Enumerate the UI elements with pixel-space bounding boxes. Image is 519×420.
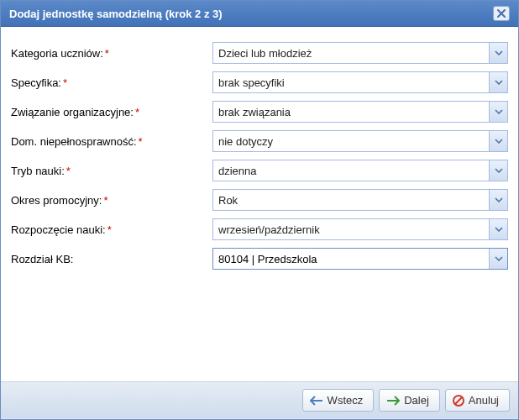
form-label-cell: Specyfika:*	[11, 76, 212, 89]
form-label-cell: Tryb nauki:*	[11, 165, 212, 177]
required-asterisk: *	[107, 223, 112, 236]
close-icon	[496, 8, 506, 18]
svg-line-1	[455, 397, 462, 404]
chevron-down-icon[interactable]	[489, 160, 507, 181]
dom-niepelnosprawnosc-dropdown[interactable]: nie dotyczy	[212, 130, 508, 152]
dropdown-value: Rok	[213, 192, 489, 209]
close-button[interactable]	[493, 6, 510, 21]
form-row-specyfika: Specyfika:*brak specyfiki	[11, 71, 508, 93]
form-label-cell: Związanie organizacyjne:*	[11, 106, 212, 118]
cancel-button-label: Anuluj	[469, 394, 499, 407]
form-label: Kategoria uczniów:	[11, 47, 103, 60]
form-control-cell: dzienna	[212, 160, 508, 181]
cancel-button[interactable]: Anuluj	[445, 389, 510, 412]
form-label: Dom. niepełnosprawność:	[11, 135, 137, 148]
form-control-cell: Rok	[212, 189, 508, 211]
form-control-cell: nie dotyczy	[212, 130, 508, 152]
form-label: Rozdział KB:	[11, 253, 73, 265]
kategoria-uczniow-dropdown[interactable]: Dzieci lub młodzież	[212, 42, 508, 64]
required-asterisk: *	[63, 76, 67, 89]
next-button[interactable]: Dalej	[379, 389, 440, 412]
back-button-label: Wstecz	[328, 394, 364, 407]
back-button[interactable]: Wstecz	[302, 389, 375, 412]
next-button-label: Dalej	[404, 394, 429, 407]
dialog-window: Dodaj jednostkę samodzielną (krok 2 z 3)…	[0, 0, 519, 420]
arrow-left-icon	[310, 396, 323, 406]
rozdzial-kb-input[interactable]	[213, 249, 489, 269]
dialog-footer: Wstecz Dalej Anuluj	[1, 381, 518, 419]
form-label-cell: Rozpoczęcie nauki:*	[11, 223, 212, 236]
form-control-cell	[212, 248, 508, 270]
form-row-zwiazanie-organizacyjne: Związanie organizacyjne:*brak związania	[11, 101, 508, 123]
chevron-down-icon[interactable]	[489, 72, 507, 92]
form-label: Specyfika:	[11, 76, 61, 89]
dropdown-value: brak związania	[213, 103, 489, 121]
rozdzial-kb-combobox[interactable]	[212, 248, 508, 270]
rozpoczecie-nauki-dropdown[interactable]: wrzesień/październik	[212, 218, 508, 240]
required-asterisk: *	[135, 106, 139, 118]
dropdown-value: dzienna	[213, 162, 489, 180]
form-label: Związanie organizacyjne:	[11, 106, 134, 118]
dropdown-value: wrzesień/październik	[213, 221, 489, 239]
chevron-down-icon[interactable]	[489, 43, 507, 63]
form-label: Rozpoczęcie nauki:	[11, 223, 106, 236]
form-label-cell: Okres promocyjny:*	[11, 194, 212, 207]
dropdown-value: brak specyfiki	[213, 74, 489, 92]
form-label-cell: Dom. niepełnosprawność:*	[11, 135, 212, 148]
required-asterisk: *	[66, 165, 71, 177]
required-asterisk: *	[105, 47, 109, 60]
form-label: Okres promocyjny:	[11, 194, 102, 207]
required-asterisk: *	[139, 135, 143, 148]
chevron-down-icon[interactable]	[489, 249, 507, 269]
form-control-cell: Dzieci lub młodzież	[212, 42, 508, 64]
specyfika-dropdown[interactable]: brak specyfiki	[212, 71, 508, 93]
tryb-nauki-dropdown[interactable]: dzienna	[212, 160, 508, 181]
form-row-tryb-nauki: Tryb nauki:*dzienna	[11, 160, 508, 181]
form-row-rozpoczecie-nauki: Rozpoczęcie nauki:*wrzesień/październik	[11, 218, 508, 240]
zwiazanie-organizacyjne-dropdown[interactable]: brak związania	[212, 101, 508, 123]
form-row-rozdzial-kb: Rozdział KB:	[11, 248, 508, 270]
form-label-cell: Rozdział KB:	[11, 253, 212, 265]
form-control-cell: brak związania	[212, 101, 508, 123]
chevron-down-icon[interactable]	[489, 131, 507, 151]
chevron-down-icon[interactable]	[489, 219, 507, 239]
okres-promocyjny-dropdown[interactable]: Rok	[212, 189, 508, 211]
form-row-okres-promocyjny: Okres promocyjny:*Rok	[11, 189, 508, 211]
chevron-down-icon[interactable]	[489, 102, 507, 122]
form-row-kategoria-uczniow: Kategoria uczniów:*Dzieci lub młodzież	[11, 42, 508, 64]
required-asterisk: *	[103, 194, 107, 207]
arrow-right-icon	[386, 396, 400, 406]
dialog-title: Dodaj jednostkę samodzielną (krok 2 z 3)	[9, 8, 223, 20]
cancel-icon	[453, 395, 464, 407]
form-label: Tryb nauki:	[11, 165, 65, 177]
form-row-dom-niepelnosprawnosc: Dom. niepełnosprawność:*nie dotyczy	[11, 130, 508, 152]
form-control-cell: wrzesień/październik	[212, 218, 508, 240]
dropdown-value: nie dotyczy	[213, 133, 489, 150]
dialog-titlebar: Dodaj jednostkę samodzielną (krok 2 z 3)	[1, 1, 518, 27]
dialog-body: Kategoria uczniów:*Dzieci lub młodzieżSp…	[1, 27, 518, 381]
dropdown-value: Dzieci lub młodzież	[213, 45, 489, 62]
chevron-down-icon[interactable]	[489, 190, 507, 210]
form-control-cell: brak specyfiki	[212, 71, 508, 93]
form-label-cell: Kategoria uczniów:*	[11, 47, 212, 60]
